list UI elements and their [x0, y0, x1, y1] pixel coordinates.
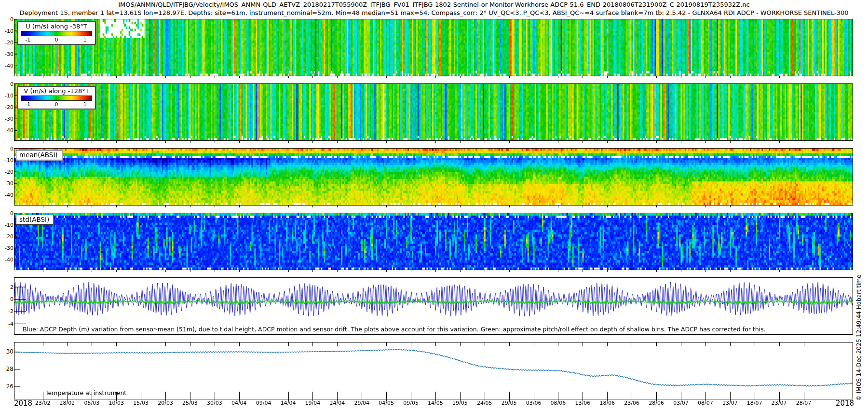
panel-depth-variation: Blue: ADCP Depth (m) variation from sens…: [14, 278, 853, 334]
v-colorbar: [21, 96, 92, 101]
figure-subtitle: Deployment 15, member 1 lat=13.61S lon=1…: [0, 9, 868, 16]
y-tick-label: -30: [0, 51, 14, 57]
y-tick-label: -40: [0, 127, 14, 134]
x-tick-label: 19/05: [452, 400, 468, 406]
y-tick-label: -20: [0, 233, 14, 240]
x-tick-label: 23/02: [35, 400, 51, 406]
panel-temperature: Temperature at instrument: [14, 342, 853, 399]
u-colorbar-legend: U (m/s) along -38°T -101: [17, 21, 96, 45]
y-tick-label: 0: [0, 16, 14, 23]
x-tick-label: 23/06: [624, 400, 639, 406]
x-tick-label: 23/07: [772, 400, 787, 406]
x-tick-label: 24/05: [477, 400, 492, 406]
x-tick-label: 14/04: [281, 400, 296, 406]
x-tick-label: 29/04: [354, 400, 369, 406]
panel-std-absi: std(ABSI): [14, 213, 853, 270]
y-tick-label: -20: [0, 169, 14, 175]
y-tick-label: -30: [0, 116, 14, 122]
y-tick-label: -40: [0, 257, 14, 263]
panel-mean-absi: mean(ABSI): [14, 149, 853, 205]
x-tick-label: 04/04: [231, 400, 247, 406]
temperature-line-chart: [14, 342, 853, 402]
v-velocity-heatmap: [14, 83, 853, 143]
x-tick-label: 03/06: [526, 400, 542, 406]
y-tick-label: -10: [0, 222, 14, 228]
x-tick-label: 13/07: [722, 400, 738, 406]
y-tick-label: -30: [0, 245, 14, 251]
y-tick-label: 2: [0, 284, 14, 290]
x-tick-label: 10/03: [108, 400, 124, 406]
x-tick-label: 08/07: [698, 400, 713, 406]
x-tick-label: 13/06: [575, 400, 591, 406]
x-tick-label: 25/03: [182, 400, 198, 406]
x-tick-label: 05/03: [84, 400, 99, 406]
y-tick-label: 0: [0, 146, 14, 152]
y-tick-label: 28: [0, 366, 14, 372]
mean-absi-heatmap: [14, 148, 853, 208]
colorbar-tick-label: -1: [25, 101, 30, 108]
colorbar-tick-label: 0: [55, 101, 58, 108]
u-colorbar-ticks: -101: [18, 37, 95, 43]
x-tick-label: 18/06: [599, 400, 615, 406]
std-absi-heatmap: [14, 213, 853, 273]
copyright-watermark: © IMOS 14-Dec-2025 12:49:44 Hobart time: [855, 274, 862, 401]
x-tick-label: 30/03: [207, 400, 222, 406]
y-tick-label: -40: [0, 63, 14, 69]
y-tick-label: 0: [0, 81, 14, 87]
v-legend-title: V (m/s) along -128°T: [18, 87, 95, 95]
x-tick-label: 28/07: [796, 400, 812, 406]
panel-v-velocity: V (m/s) along -128°T -101: [14, 84, 853, 140]
u-legend-title: U (m/s) along -38°T: [18, 23, 95, 30]
v-colorbar-legend: V (m/s) along -128°T -101: [17, 86, 96, 109]
y-tick-label: 26: [0, 383, 14, 390]
x-tick-label: 28/02: [60, 400, 75, 406]
y-tick-label: -2: [0, 308, 14, 314]
colorbar-tick-label: 1: [83, 101, 87, 108]
y-tick-label: -10: [0, 93, 14, 99]
std-absi-label: std(ABSI): [16, 215, 54, 225]
y-tick-label: -4: [0, 321, 14, 327]
u-colorbar: [21, 31, 92, 36]
x-tick-label: 28/06: [649, 400, 664, 406]
y-tick-label: -40: [0, 192, 14, 198]
mean-absi-label: mean(ABSI): [16, 150, 62, 160]
x-tick-label: 09/05: [403, 400, 419, 406]
y-tick-label: -10: [0, 28, 14, 34]
v-colorbar-ticks: -101: [18, 101, 95, 108]
figure: IMOS/ANMN/QLD/ITFJBG/Velocity/IMOS_ANMN-…: [0, 0, 868, 410]
x-tick-label: 04/05: [379, 400, 394, 406]
x-tick-label: 15/03: [133, 400, 149, 406]
y-tick-label: -10: [0, 157, 14, 164]
y-tick-label: 0: [0, 210, 14, 217]
x-tick-label: 09/04: [256, 400, 271, 406]
x-tick-label: 08/06: [551, 400, 566, 406]
y-tick-label: -30: [0, 180, 14, 187]
x-axis-year-end: 2018: [836, 399, 854, 408]
x-tick-label: 29/05: [502, 400, 517, 406]
y-tick-label: -20: [0, 40, 14, 46]
colorbar-tick-label: 1: [83, 37, 87, 43]
temperature-label: Temperature at instrument: [45, 389, 126, 396]
y-tick-label: 0: [0, 296, 14, 302]
colorbar-tick-label: 0: [55, 37, 58, 43]
x-tick-label: 14/05: [428, 400, 443, 406]
y-tick-label: 30: [0, 349, 14, 355]
panel-u-velocity: U (m/s) along -38°T -101: [14, 19, 853, 76]
x-tick-label: 18/07: [747, 400, 762, 406]
y-tick-label: -20: [0, 104, 14, 110]
x-tick-label: 03/07: [673, 400, 689, 406]
figure-title: IMOS/ANMN/QLD/ITFJBG/Velocity/IMOS_ANMN-…: [0, 1, 868, 8]
x-tick-label: 24/04: [330, 400, 345, 406]
u-velocity-heatmap: [14, 19, 853, 79]
x-tick-label: 20/03: [158, 400, 173, 406]
x-axis-year-start: 2018: [14, 399, 32, 408]
x-tick-label: 19/04: [305, 400, 321, 406]
depth-variation-note: Blue: ADCP Depth (m) variation from sens…: [23, 326, 766, 333]
colorbar-tick-label: -1: [25, 37, 30, 43]
